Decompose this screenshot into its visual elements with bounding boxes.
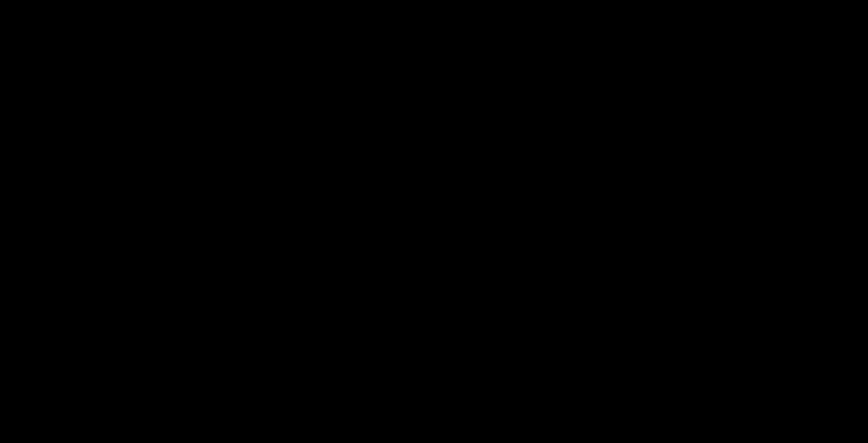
spectrogram-canvas[interactable] [0, 0, 136, 68]
aos-spectrogram-window [0, 0, 868, 443]
